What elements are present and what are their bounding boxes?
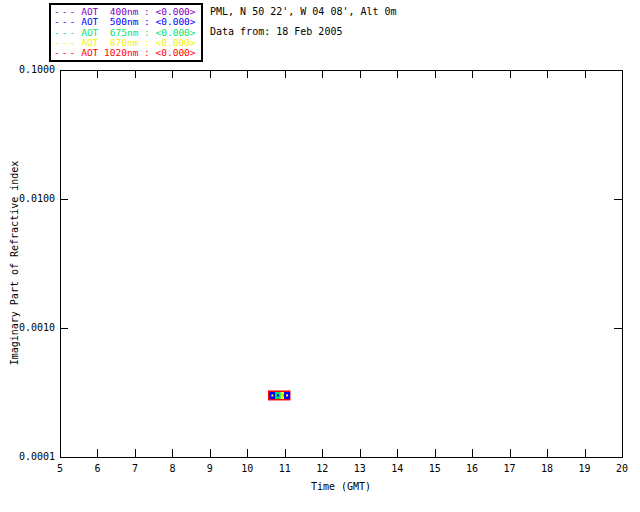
x-tick-label: 7 [132, 463, 138, 474]
plot-frame [61, 71, 623, 458]
x-tick-label: 15 [429, 463, 441, 474]
y-tick-label: 0.1000 [0, 64, 55, 75]
x-tick-label: 5 [57, 463, 63, 474]
x-axis-title: Time (GMT) [311, 481, 371, 492]
data-marker-dot [286, 394, 288, 396]
plot-canvas: ---AOT 400nm : <0.000>---AOT 500nm : <0.… [0, 0, 640, 512]
x-tick-label: 12 [316, 463, 328, 474]
x-tick-label: 10 [241, 463, 253, 474]
y-tick-label: 0.0001 [0, 451, 55, 462]
x-tick-label: 16 [466, 463, 478, 474]
x-tick-label: 14 [391, 463, 403, 474]
data-marker-dot [277, 394, 279, 396]
x-tick-label: 20 [616, 463, 628, 474]
x-tick-label: 19 [579, 463, 591, 474]
plot-area [0, 0, 640, 512]
x-tick-label: 6 [94, 463, 100, 474]
y-axis-title: Imaginary Part of Refractive index [9, 161, 20, 366]
x-tick-label: 18 [541, 463, 553, 474]
x-tick-label: 13 [354, 463, 366, 474]
x-tick-label: 8 [169, 463, 175, 474]
x-tick-label: 9 [207, 463, 213, 474]
data-marker-dot [271, 394, 273, 396]
x-tick-label: 17 [504, 463, 516, 474]
x-tick-label: 11 [279, 463, 291, 474]
